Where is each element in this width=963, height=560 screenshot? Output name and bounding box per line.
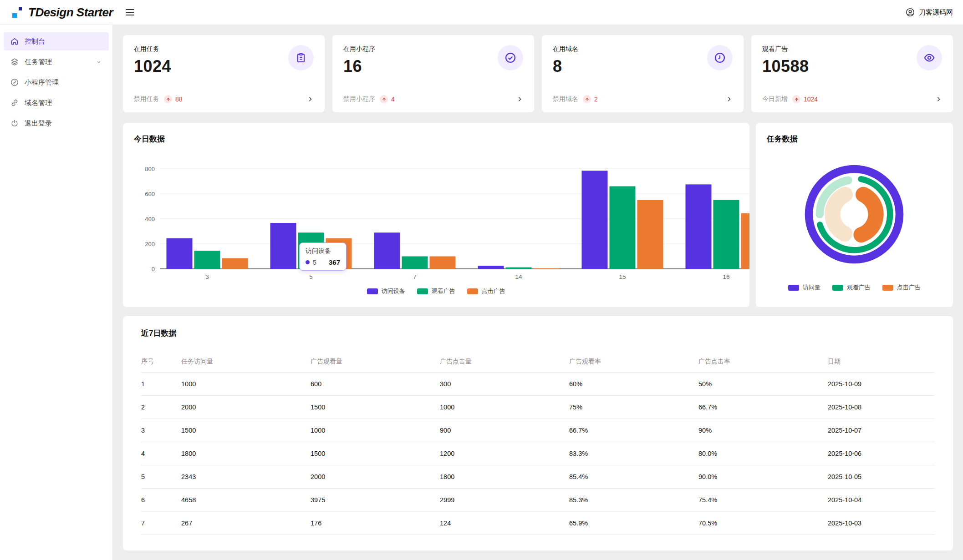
bar-访问设备-14[interactable] bbox=[478, 266, 504, 269]
bar-观看广告-15[interactable] bbox=[610, 187, 636, 269]
bar-访问设备-16[interactable] bbox=[686, 184, 712, 269]
chevron-right-icon[interactable] bbox=[306, 96, 314, 103]
bar-观看广告-16[interactable] bbox=[713, 200, 739, 269]
table-cell: 2025-10-07 bbox=[828, 419, 935, 442]
stat-footer-value: 4 bbox=[391, 96, 395, 103]
table-cell: 2025-10-05 bbox=[828, 465, 935, 489]
legend-item-点击广告[interactable]: 点击广告 bbox=[467, 287, 505, 295]
table-cell: 267 bbox=[181, 512, 311, 535]
stat-footer-value: 1024 bbox=[804, 96, 818, 103]
stat-card-ad-views: 观看广告 10588 今日新增 1024 bbox=[751, 35, 953, 112]
table-cell: 1000 bbox=[440, 396, 569, 419]
table-cell: 124 bbox=[440, 512, 569, 535]
table-cell: 2025-10-03 bbox=[828, 512, 935, 535]
table-cell: 1800 bbox=[440, 465, 569, 489]
stat-footer: 禁用小程序 4 bbox=[343, 95, 523, 103]
table-cell: 2000 bbox=[311, 465, 440, 489]
task-donut-chart[interactable] bbox=[802, 162, 906, 268]
x-axis-tick: 5 bbox=[309, 273, 313, 280]
user-menu[interactable]: 刀客源码网 bbox=[905, 7, 963, 17]
stat-value: 16 bbox=[343, 57, 523, 76]
sidebar-item-dashboard[interactable]: 控制台 bbox=[4, 32, 109, 50]
bar-访问设备-3[interactable] bbox=[167, 238, 193, 269]
table-cell: 70.5% bbox=[698, 512, 828, 535]
bar-观看广告-14[interactable] bbox=[506, 267, 532, 269]
sidebar-item-tasks[interactable]: 任务管理 bbox=[4, 53, 109, 71]
stat-title: 观看广告 bbox=[762, 45, 942, 53]
clock-icon bbox=[707, 45, 733, 71]
table-cell: 65.9% bbox=[569, 512, 698, 535]
chevron-right-icon[interactable] bbox=[516, 96, 523, 103]
stat-footer-label: 今日新增 bbox=[762, 95, 788, 103]
table-cell: 66.7% bbox=[698, 396, 828, 419]
bar-点击广告-7[interactable] bbox=[430, 257, 456, 269]
table-cell: 83.3% bbox=[569, 442, 698, 465]
sidebar-item-logout[interactable]: 退出登录 bbox=[4, 114, 109, 132]
legend-item-观看广告[interactable]: 观看广告 bbox=[832, 283, 871, 292]
legend-swatch-icon bbox=[467, 288, 478, 294]
bar-点击广告-14[interactable] bbox=[534, 268, 560, 269]
legend-item-观看广告[interactable]: 观看广告 bbox=[417, 287, 455, 295]
legend-item-访问量[interactable]: 访问量 bbox=[788, 283, 820, 292]
table-cell: 900 bbox=[440, 419, 569, 442]
bar-访问设备-7[interactable] bbox=[374, 232, 400, 269]
table-cell: 90% bbox=[698, 419, 828, 442]
last7days-table: 序号任务访问量广告观看量广告点击量广告观看率广告点击率日期 1100060030… bbox=[141, 351, 935, 535]
table-cell: 1200 bbox=[440, 442, 569, 465]
table-column-header: 广告观看率 bbox=[569, 351, 698, 373]
table-row: 726717612465.9%70.5%2025-10-03 bbox=[141, 512, 935, 535]
legend-label: 访问设备 bbox=[382, 287, 405, 295]
table-cell: 2025-10-08 bbox=[828, 396, 935, 419]
sidebar-item-miniprogram[interactable]: 小程序管理 bbox=[4, 73, 109, 91]
bar-点击广告-3[interactable] bbox=[222, 258, 248, 269]
table-cell: 3 bbox=[141, 419, 181, 442]
table-cell: 75% bbox=[569, 396, 698, 419]
y-axis-tick: 800 bbox=[145, 166, 155, 172]
today-bar-chart[interactable]: 0200400600800357141516 bbox=[134, 146, 749, 284]
x-axis-tick: 3 bbox=[205, 273, 209, 280]
logo[interactable]: TDesign Starter bbox=[0, 5, 113, 20]
chevron-right-icon[interactable] bbox=[935, 96, 942, 103]
table-cell: 66.7% bbox=[569, 419, 698, 442]
check-circle-icon bbox=[498, 45, 523, 71]
stat-footer: 今日新增 1024 bbox=[762, 95, 942, 103]
chevron-right-icon[interactable] bbox=[725, 96, 733, 103]
bar-访问设备-15[interactable] bbox=[582, 171, 608, 269]
bar-点击广告-16[interactable] bbox=[741, 213, 749, 269]
table-cell: 176 bbox=[311, 512, 440, 535]
table-cell: 2000 bbox=[181, 396, 311, 419]
table-cell: 2025-10-04 bbox=[828, 489, 935, 512]
bar-点击广告-15[interactable] bbox=[637, 200, 663, 269]
sidebar-item-label: 控制台 bbox=[25, 37, 45, 46]
chart-title: 今日数据 bbox=[134, 134, 749, 144]
logo-title: TDesign Starter bbox=[28, 5, 113, 20]
bar-观看广告-3[interactable] bbox=[194, 251, 220, 269]
stat-title: 在用小程序 bbox=[343, 45, 523, 53]
task-data-card: 任务数据 访问量观看广告点击广告 bbox=[756, 123, 953, 307]
sidebar-item-domains[interactable]: 域名管理 bbox=[4, 94, 109, 112]
table-column-header: 广告点击量 bbox=[440, 351, 569, 373]
table-row: 646583975299985.3%75.4%2025-10-04 bbox=[141, 489, 935, 512]
stat-footer-label: 禁用任务 bbox=[134, 95, 159, 103]
stat-card-miniprograms: 在用小程序 16 禁用小程序 4 bbox=[332, 35, 534, 112]
table-cell: 1500 bbox=[181, 419, 311, 442]
table-column-header: 广告观看量 bbox=[311, 351, 440, 373]
chevron-down-icon bbox=[95, 58, 102, 66]
legend-item-访问设备[interactable]: 访问设备 bbox=[367, 287, 405, 295]
legend-item-点击广告[interactable]: 点击广告 bbox=[882, 283, 921, 292]
series-dot-icon bbox=[306, 260, 310, 264]
table-cell: 3975 bbox=[311, 489, 440, 512]
legend-swatch-icon bbox=[788, 285, 799, 291]
sidebar-item-label: 退出登录 bbox=[25, 119, 52, 128]
table-column-header: 广告点击率 bbox=[698, 351, 828, 373]
table-cell: 2025-10-09 bbox=[828, 373, 935, 396]
chart-tooltip: 访问设备 5 367 bbox=[299, 242, 346, 271]
legend-label: 点击广告 bbox=[482, 287, 505, 295]
table-column-header: 日期 bbox=[828, 351, 935, 373]
bar-访问设备-5[interactable] bbox=[270, 223, 296, 269]
bar-观看广告-7[interactable] bbox=[402, 257, 428, 269]
stat-footer: 禁用域名 2 bbox=[553, 95, 733, 103]
menu-toggle-icon[interactable] bbox=[126, 7, 137, 18]
tooltip-value: 367 bbox=[329, 258, 340, 266]
table-cell: 80.0% bbox=[698, 442, 828, 465]
